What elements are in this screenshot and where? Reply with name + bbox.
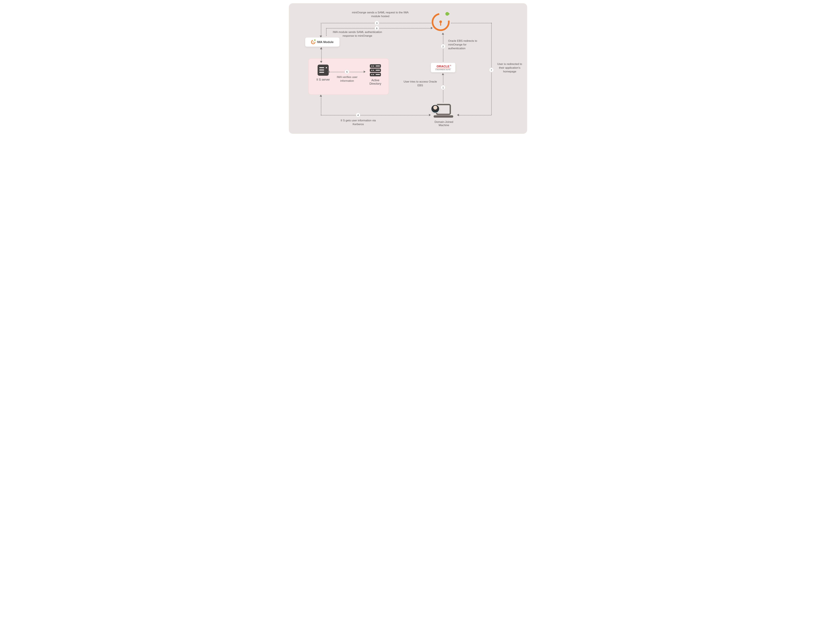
active-directory-label: Active Directory [366,79,385,86]
step-6-text: IWA module sends SAML authentication res… [330,30,385,38]
step-5-text: IWA verifies user information [333,75,361,83]
step-badge-3: 3 [375,21,379,25]
step-badge-6: 6 [375,26,379,31]
step-badge-4: 4 [356,113,360,117]
arrow-up-icon [320,47,322,49]
step-badge-7: 7 [489,68,494,72]
svg-point-4 [326,67,327,68]
oracle-ebs-node: ORACLE E-BUSINESS SUITE [431,63,455,72]
flow-line [326,28,327,36]
flow-line [451,23,491,23]
domain-joined-machine-label: Domain-Joined Machine [431,120,457,127]
arrow-left-icon [327,71,329,73]
flow-line [321,47,322,62]
arrow-up-icon [442,73,444,75]
flow-line [321,115,430,115]
svg-point-8 [371,66,372,67]
arrow-up-icon [442,33,444,35]
arrow-right-icon [431,27,433,29]
svg-rect-1 [319,67,324,68]
svg-rect-16 [376,74,380,75]
step-badge-1: 1 [441,85,446,90]
svg-rect-2 [319,69,324,71]
arrow-down-icon [320,61,322,63]
arrow-right-icon [429,114,431,116]
svg-rect-3 [319,72,324,73]
miniorange-logo [432,13,450,31]
svg-rect-18 [433,115,453,118]
oracle-logo-text: ORACLE [437,65,450,68]
flow-line [321,95,321,115]
miniorange-icon [311,40,315,44]
arrow-right-icon [364,71,366,73]
svg-rect-14 [376,66,380,66]
server-icon [317,64,330,77]
arrow-left-icon [457,114,459,116]
arrow-up-icon [320,95,322,97]
step-2-text: Oracle EBS redirects to miniOrange for a… [448,39,483,51]
iis-server-label: II S server [313,78,333,81]
iis-server-node: II S server [313,64,333,81]
svg-point-11 [373,70,374,71]
svg-point-9 [373,66,374,67]
database-stack-icon [369,64,382,77]
step-7-text: User is redirected to their application'… [496,62,524,74]
arrow-down-icon [320,35,322,38]
step-badge-5: 5 [345,69,349,74]
svg-rect-15 [376,70,380,71]
step-1-text: User tries to access Oracle EBS [403,80,437,87]
user-avatar [431,104,440,113]
step-badge-2: 2 [441,44,446,49]
flow-line [321,23,321,36]
iwa-module-label: IWA Module [317,40,333,44]
step-4-text: II S gets user information via Kerberos [338,119,379,126]
svg-point-10 [371,70,372,71]
oracle-sub-text: E-BUSINESS SUITE [436,68,450,71]
svg-point-12 [371,74,372,75]
step-3-text: miniOrange sends a SAML request to the I… [351,11,410,18]
iwa-module-node: IWA Module [305,38,340,47]
diagram-canvas: IWA Module II S server Active Directory [289,3,527,134]
active-directory-node: Active Directory [366,64,385,86]
flow-line [459,115,491,115]
svg-point-13 [373,74,374,75]
